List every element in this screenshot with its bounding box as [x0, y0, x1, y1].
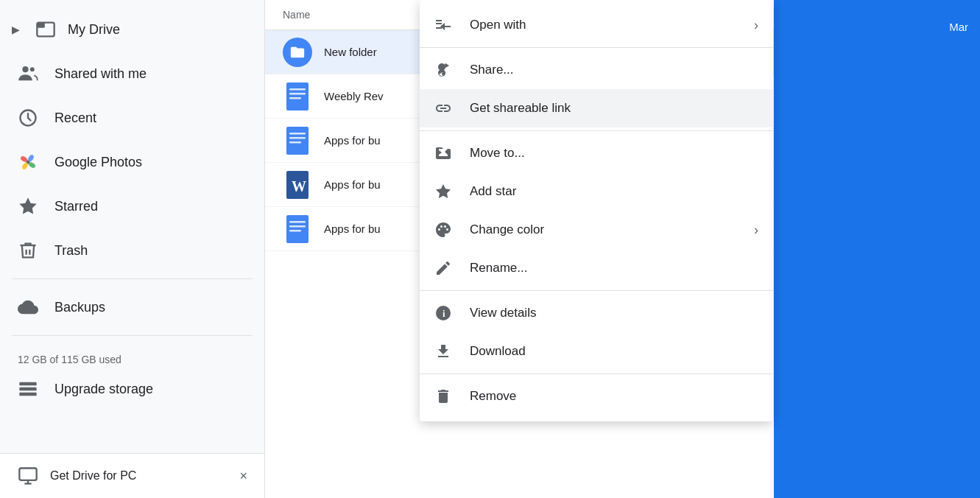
svg-rect-17	[286, 127, 309, 155]
doc-icon	[283, 215, 312, 243]
sidebar-item-my-drive[interactable]: ▶ My Drive	[0, 7, 253, 52]
svg-rect-18	[289, 133, 306, 135]
pinwheel-icon	[18, 152, 41, 172]
word-icon: W	[283, 171, 312, 199]
svg-marker-6	[19, 197, 36, 214]
palette-icon	[434, 221, 455, 239]
sidebar-item-trash[interactable]: Trash	[0, 228, 253, 273]
sidebar-item-label: Recent	[54, 111, 96, 126]
menu-item-label: Download	[470, 344, 758, 359]
storage-icon	[18, 379, 41, 399]
sidebar-item-label: Starred	[54, 199, 98, 214]
menu-item-download[interactable]: Download	[420, 332, 773, 371]
svg-point-2	[22, 66, 28, 72]
doc-icon	[283, 127, 312, 155]
menu-item-change-color[interactable]: Change color ›	[420, 211, 773, 249]
sidebar-item-backups[interactable]: Backups	[0, 285, 253, 329]
sidebar-item-label: Google Photos	[54, 155, 142, 170]
menu-item-remove[interactable]: Remove	[420, 377, 773, 415]
star-icon	[434, 183, 455, 200]
menu-divider-3	[420, 290, 773, 291]
context-menu: Open with › Share... Get shareable link …	[420, 0, 773, 421]
menu-item-label: Rename...	[470, 261, 758, 276]
menu-item-add-star[interactable]: Add star	[420, 172, 773, 211]
menu-item-label: Open with	[470, 18, 739, 32]
sidebar-item-label: Trash	[54, 243, 88, 259]
svg-marker-27	[436, 184, 451, 198]
doc-icon	[283, 83, 312, 111]
arrow-icon: ›	[754, 222, 758, 238]
svg-rect-25	[289, 225, 306, 228]
menu-item-label: Remove	[470, 389, 758, 404]
svg-rect-1	[37, 23, 45, 28]
monitor-icon	[18, 466, 38, 486]
svg-text:W: W	[292, 178, 306, 194]
menu-item-label: Add star	[470, 184, 758, 199]
menu-divider-2	[420, 130, 773, 131]
menu-item-move-to[interactable]: Move to...	[420, 134, 773, 172]
menu-item-label: Change color	[470, 222, 739, 237]
divider-2	[12, 335, 253, 336]
arrow-icon: ›	[754, 18, 758, 33]
sidebar: ▶ My Drive Shared with me	[0, 0, 265, 498]
svg-rect-23	[286, 215, 309, 243]
menu-item-label: View details	[470, 306, 758, 320]
sidebar-item-label: Backups	[54, 300, 105, 315]
svg-rect-8	[19, 387, 36, 391]
sidebar-item-starred[interactable]: Starred	[0, 184, 253, 228]
people-icon	[18, 63, 41, 84]
link-icon	[434, 99, 455, 117]
svg-rect-7	[19, 382, 36, 386]
share-icon	[434, 61, 455, 79]
drive-icon	[35, 19, 59, 40]
right-panel: Mar	[774, 0, 980, 498]
svg-point-3	[30, 67, 35, 71]
svg-rect-13	[286, 83, 309, 111]
get-drive-banner: Get Drive for PC ×	[0, 453, 265, 498]
menu-item-get-link[interactable]: Get shareable link	[420, 89, 773, 127]
svg-rect-16	[289, 97, 301, 99]
svg-rect-10	[19, 469, 36, 480]
expand-arrow-icon: ▶	[12, 24, 27, 35]
menu-item-rename[interactable]: Rename...	[420, 249, 773, 287]
sidebar-item-shared-with-me[interactable]: Shared with me	[0, 52, 253, 96]
sidebar-item-google-photos[interactable]: Google Photos	[0, 140, 253, 184]
menu-item-label: Share...	[470, 63, 758, 77]
storage-text: 12 GB of 115 GB used	[18, 354, 247, 365]
svg-rect-20	[289, 141, 301, 144]
right-panel-header: Mar	[774, 7, 980, 46]
sidebar-item-label: Shared with me	[54, 66, 147, 82]
menu-item-open-with[interactable]: Open with ›	[420, 6, 773, 44]
menu-divider	[420, 47, 773, 48]
folder-icon	[283, 38, 312, 67]
storage-section: 12 GB of 115 GB used Upgrade storage	[0, 342, 264, 418]
banner-text: Get Drive for PC	[50, 469, 228, 483]
edit-icon	[434, 259, 455, 277]
upgrade-storage-button[interactable]: Upgrade storage	[18, 371, 247, 407]
divider	[12, 278, 253, 279]
menu-item-view-details[interactable]: i View details	[420, 294, 773, 332]
upgrade-label: Upgrade storage	[54, 382, 153, 397]
cloud-icon	[18, 297, 41, 318]
svg-rect-9	[19, 393, 36, 396]
remove-icon	[434, 387, 455, 405]
menu-item-label: Move to...	[470, 146, 758, 161]
svg-text:i: i	[443, 308, 445, 319]
svg-rect-24	[289, 221, 306, 223]
close-banner-button[interactable]: ×	[239, 469, 247, 484]
right-panel-date: Mar	[949, 21, 968, 33]
info-icon: i	[434, 304, 455, 322]
svg-rect-14	[289, 88, 306, 91]
clock-icon	[18, 108, 41, 128]
menu-item-share[interactable]: Share...	[420, 51, 773, 89]
svg-rect-15	[289, 93, 306, 95]
sidebar-item-recent[interactable]: Recent	[0, 96, 253, 140]
download-icon	[434, 343, 455, 360]
folder-move-icon	[434, 144, 455, 162]
svg-rect-19	[289, 137, 306, 139]
menu-item-label: Get shareable link	[470, 101, 758, 116]
trash-icon	[18, 240, 41, 261]
sidebar-item-label: My Drive	[68, 22, 120, 38]
menu-divider-4	[420, 374, 773, 374]
svg-rect-26	[289, 230, 301, 232]
